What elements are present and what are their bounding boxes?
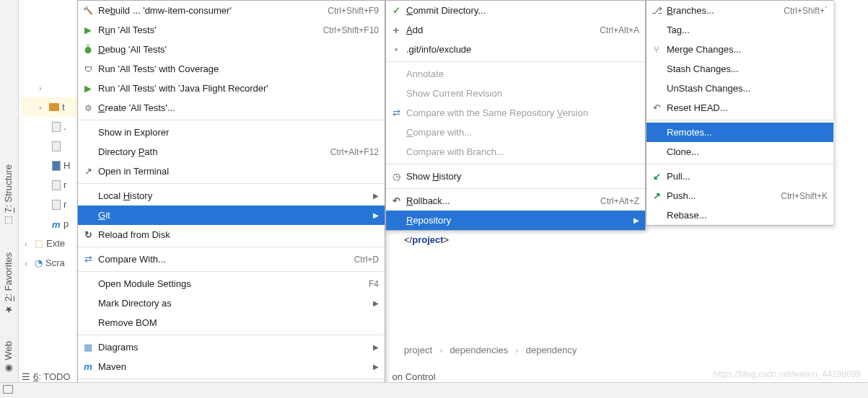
pull-icon (651, 171, 662, 182)
clock-icon (390, 171, 402, 182)
version-control-tab[interactable]: on Control (393, 371, 436, 382)
shortcut-label: Ctrl+Alt+A (600, 25, 639, 35)
menu3-item-0[interactable]: Branches...Ctrl+Shift+` (646, 1, 833, 20)
play-icon (82, 25, 94, 36)
menu1-item-15[interactable]: Compare With...Ctrl+D (78, 249, 385, 269)
menu2-item-13[interactable]: Repository▶ (386, 211, 645, 230)
context-menu-3: Branches...Ctrl+Shift+`Tag...Merge Chang… (646, 0, 833, 226)
status-icon[interactable] (3, 385, 13, 394)
menu3-item-5[interactable]: Reset HEAD... (646, 98, 833, 118)
menu3-item-10[interactable]: Pull... (646, 167, 833, 186)
menu1-item-12[interactable]: Git▶ (78, 205, 385, 225)
menu-item-label: Pull... (667, 171, 828, 182)
menu-item-label: Mark Directory as (98, 298, 379, 309)
menu-item-label: Run 'All Tests' with Coverage (98, 63, 379, 74)
shortcut-label: Ctrl+Shift+` (784, 6, 828, 16)
project-tree[interactable]: › ›t . H r r mp ›⬚Exte ›◔Scra (22, 0, 79, 273)
menu3-item-1[interactable]: Tag... (646, 20, 833, 40)
shield-icon (82, 63, 94, 75)
favorites-tab[interactable]: ★2: Favorites (0, 247, 17, 321)
play-icon (82, 83, 94, 94)
menu-item-label: Merge Changes... (667, 44, 828, 55)
menu2-item-12[interactable]: Rollback...Ctrl+Alt+Z (386, 191, 645, 211)
submenu-arrow-icon: ▶ (373, 343, 379, 351)
menu-item-label: Diagrams (98, 342, 379, 353)
menu1-item-21[interactable]: Diagrams▶ (78, 337, 385, 357)
menu2-item-2[interactable]: .git/info/exclude (386, 40, 645, 59)
menu1-item-11[interactable]: Local History▶ (78, 186, 385, 205)
menu1-item-0[interactable]: Rebuild ... 'dmw-item-consumer'Ctrl+Shif… (78, 1, 385, 20)
menu3-item-12[interactable]: Rebase... (646, 205, 833, 225)
submenu-arrow-icon: ▶ (373, 299, 379, 307)
menu1-item-19[interactable]: Remove BOM (78, 313, 385, 332)
open-icon (82, 166, 94, 177)
todo-tab[interactable]: ☰6: TODO (22, 371, 71, 382)
menu-item-label: Compare with Branch... (406, 146, 639, 157)
menu-item-label: Remotes... (667, 127, 828, 138)
menu3-item-4[interactable]: UnStash Changes... (646, 79, 833, 98)
menu-item-label: Reload from Disk (98, 229, 379, 240)
menu-item-label: Stash Changes... (667, 63, 828, 74)
reload-icon (82, 229, 94, 241)
menu1-item-13[interactable]: Reload from Disk (78, 225, 385, 244)
menu-item-label: Open in Terminal (98, 166, 379, 177)
shortcut-label: Ctrl+Alt+F12 (330, 147, 379, 157)
menu-item-label: Commit Directory... (406, 5, 639, 16)
breadcrumb[interactable]: project› dependencies› dependency (404, 345, 577, 355)
menu1-item-9[interactable]: Open in Terminal (78, 162, 385, 181)
shortcut-label: Ctrl+Shift+F9 (328, 6, 379, 16)
menu1-item-1[interactable]: Run 'All Tests'Ctrl+Shift+F10 (78, 20, 385, 40)
menu2-item-1[interactable]: AddCtrl+Alt+A (386, 20, 645, 40)
menu3-item-8[interactable]: Clone... (646, 142, 833, 162)
menu-item-label: Compare with... (406, 127, 639, 138)
menu-item-label: UnStash Changes... (667, 83, 828, 94)
md-file-icon (52, 161, 61, 171)
menu3-item-7[interactable]: Remotes... (646, 123, 833, 142)
menu2-item-10[interactable]: Show History (386, 167, 645, 186)
menu-item-label: Branches... (667, 5, 784, 16)
menu-item-label: Git (98, 210, 379, 221)
shortcut-label: Ctrl+Alt+Z (600, 196, 639, 206)
exclude-icon (390, 44, 402, 56)
menu3-item-2[interactable]: Merge Changes... (646, 40, 833, 59)
branch-icon (651, 5, 662, 17)
menu-item-label: Push... (667, 190, 781, 201)
menu-item-label: Run 'All Tests' with 'Java Flight Record… (98, 83, 379, 94)
submenu-arrow-icon: ▶ (373, 363, 379, 371)
reset-icon (651, 102, 662, 114)
menu-item-label: Add (406, 25, 600, 35)
menu3-item-3[interactable]: Stash Changes... (646, 59, 833, 79)
menu-item-label: Tag... (667, 25, 828, 35)
menu1-item-17[interactable]: Open Module SettingsF4 (78, 274, 385, 293)
menu1-item-18[interactable]: Mark Directory as▶ (78, 293, 385, 313)
shortcut-label: Ctrl+D (354, 255, 379, 265)
file-icon (52, 122, 61, 132)
menu-item-label: Open Module Settings (98, 278, 369, 289)
menu-item-label: Rebase... (667, 210, 828, 221)
menu1-item-3[interactable]: Run 'All Tests' with Coverage (78, 59, 385, 79)
left-tool-sidebar: ⬚7: Structure ★2: Favorites ◉Web (0, 0, 19, 398)
submenu-arrow-icon: ▶ (373, 192, 379, 200)
compare-icon (82, 254, 94, 265)
structure-tab[interactable]: ⬚7: Structure (0, 159, 17, 232)
diagram-icon (82, 342, 94, 353)
menu1-item-5[interactable]: Create 'All Tests'... (78, 98, 385, 118)
merge-icon (651, 44, 662, 56)
menu-item-label: Remove BOM (98, 317, 379, 328)
menu1-item-8[interactable]: Directory PathCtrl+Alt+F12 (78, 142, 385, 162)
menu-item-label: Local History (98, 190, 379, 201)
shortcut-label: Ctrl+Shift+K (781, 191, 828, 201)
menu2-item-0[interactable]: Commit Directory... (386, 1, 645, 20)
web-tab[interactable]: ◉Web (0, 335, 17, 380)
menu3-item-11[interactable]: Push...Ctrl+Shift+K (646, 186, 833, 205)
menu1-item-4[interactable]: Run 'All Tests' with 'Java Flight Record… (78, 79, 385, 98)
submenu-arrow-icon: ▶ (373, 211, 379, 219)
editor-content[interactable]: </project> (404, 234, 449, 245)
menu-item-label: Show in Explorer (98, 127, 379, 138)
menu1-item-2[interactable]: Debug 'All Tests' (78, 40, 385, 59)
menu1-item-7[interactable]: Show in Explorer (78, 123, 385, 142)
menu-item-label: Show Current Revision (406, 88, 639, 99)
gear-icon (82, 102, 94, 114)
menu2-item-7: Compare with... (386, 123, 645, 142)
context-menu-1: Rebuild ... 'dmw-item-consumer'Ctrl+Shif… (77, 0, 385, 398)
